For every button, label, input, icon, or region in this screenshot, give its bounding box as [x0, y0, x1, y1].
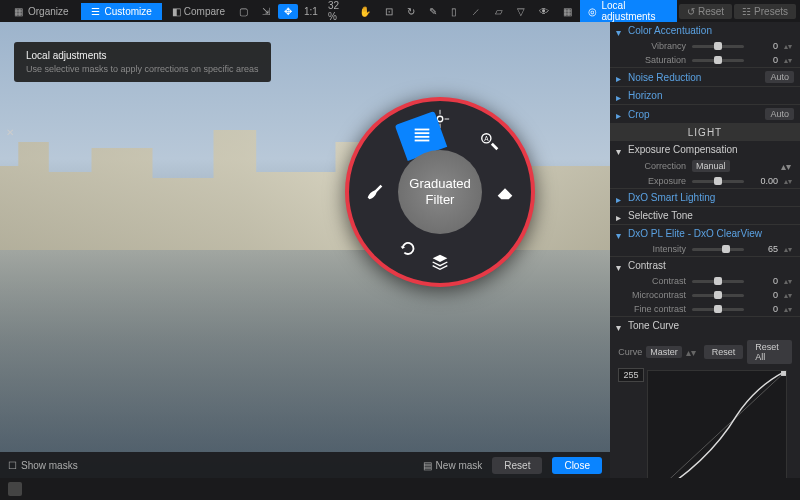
microcontrast-label: Microcontrast: [628, 290, 686, 300]
chevron-right-icon: ▸: [616, 73, 624, 81]
saturation-label: Saturation: [628, 55, 686, 65]
viewer-close-button[interactable]: Close: [552, 457, 602, 474]
hand-tool[interactable]: ✋: [353, 4, 377, 19]
crop-icon: ⊡: [385, 6, 393, 17]
stepper-icon[interactable]: ▴▾: [784, 307, 794, 312]
chevron-right-icon: ▸: [616, 92, 624, 100]
wb-tool[interactable]: ⟋: [465, 4, 487, 19]
exposure-comp-header[interactable]: ▾Exposure Compensation: [610, 141, 800, 158]
selective-tone-header[interactable]: ▸Selective Tone: [610, 207, 800, 224]
correction-select[interactable]: Manual: [692, 160, 730, 172]
saturation-value: 0: [750, 55, 778, 65]
brush-icon: ✎: [429, 6, 437, 17]
grid-tool[interactable]: ▦: [557, 4, 578, 19]
preview-tool[interactable]: 👁: [533, 4, 555, 19]
paintbrush-icon: [364, 181, 386, 203]
radial-eraser-tool[interactable]: [490, 177, 520, 207]
customize-tab[interactable]: ☰Customize: [81, 3, 162, 20]
stepper-icon[interactable]: ▴▾: [784, 293, 794, 298]
vibrancy-label: Vibrancy: [628, 41, 686, 51]
zoom-ratio[interactable]: 1:1: [300, 6, 322, 17]
compare-icon: ◧: [172, 6, 181, 17]
intensity-slider[interactable]: [692, 248, 744, 251]
color-accentuation-header[interactable]: ▾Color Accentuation: [610, 22, 800, 39]
horizon-header[interactable]: ▸Horizon: [610, 87, 800, 104]
histogram-icon: ▯: [451, 6, 457, 17]
crop-tool[interactable]: ⊡: [379, 4, 399, 19]
radial-auto-mask-tool[interactable]: A: [475, 127, 505, 157]
curve-out-max-input[interactable]: [618, 368, 644, 382]
presets-icon: ☷: [742, 6, 751, 17]
move-tool-button[interactable]: ✥: [278, 4, 298, 19]
svg-text:A: A: [484, 135, 489, 142]
local-adjustments-tooltip: Local adjustments Use selective masks to…: [14, 42, 271, 82]
pin-tool[interactable]: ▽: [511, 4, 531, 19]
histogram-tool[interactable]: ▯: [445, 4, 463, 19]
tone-curve-header[interactable]: ▾Tone Curve: [610, 317, 800, 334]
stepper-icon[interactable]: ▴▾: [784, 179, 794, 184]
svg-rect-13: [781, 371, 786, 376]
clearview-header[interactable]: ▾DxO PL Elite - DxO ClearView: [610, 225, 800, 242]
presets-button[interactable]: ☷Presets: [734, 4, 796, 19]
customize-label: Customize: [105, 6, 152, 17]
radial-brush-tool[interactable]: [360, 177, 390, 207]
organize-tab[interactable]: ▦Organize: [4, 3, 79, 20]
radial-layers-tool[interactable]: [425, 247, 455, 277]
auto-badge[interactable]: Auto: [765, 71, 794, 83]
intensity-value: 65: [750, 244, 778, 254]
exposure-slider[interactable]: [692, 180, 744, 183]
radial-graduated-filter-tool[interactable]: [407, 120, 437, 150]
curve-reset-all-button[interactable]: Reset All: [747, 340, 792, 364]
new-mask-button[interactable]: ▤New mask: [423, 460, 483, 471]
organize-label: Organize: [28, 6, 69, 17]
noise-reduction-header[interactable]: ▸Noise ReductionAuto: [610, 68, 800, 86]
stepper-icon[interactable]: ▴▾: [784, 58, 794, 63]
stepper-icon[interactable]: ▴▾: [784, 279, 794, 284]
graduated-filter-icon: [411, 124, 433, 146]
thumbnail-toggle-button[interactable]: [8, 482, 22, 496]
exposure-value: 0.00: [750, 176, 778, 186]
crop-header[interactable]: ▸CropAuto: [610, 105, 800, 123]
rotate-tool[interactable]: ↻: [401, 4, 421, 19]
eye-icon: 👁: [539, 6, 549, 17]
stepper-icon[interactable]: ▴▾: [784, 44, 794, 49]
show-masks-checkbox[interactable]: ☐Show masks: [8, 460, 78, 471]
eraser-icon: [494, 181, 516, 203]
radial-reset-tool[interactable]: [393, 233, 423, 263]
contrast-slider[interactable]: [692, 280, 744, 283]
image-viewer[interactable]: Local adjustments Use selective masks to…: [0, 22, 610, 478]
adjustments-panel: ▾Color Accentuation Vibrancy0▴▾ Saturati…: [610, 22, 800, 478]
tooltip-subtitle: Use selective masks to apply corrections…: [26, 64, 259, 74]
finecontrast-slider[interactable]: [692, 308, 744, 311]
stepper-icon[interactable]: ▴▾: [778, 161, 794, 172]
contrast-header[interactable]: ▾Contrast: [610, 257, 800, 274]
layers-icon: [429, 251, 451, 273]
finecontrast-label: Fine contrast: [628, 304, 686, 314]
reset-button-top[interactable]: ↺Reset: [679, 4, 732, 19]
intensity-label: Intensity: [628, 244, 686, 254]
vibrancy-slider[interactable]: [692, 45, 744, 48]
smart-lighting-header[interactable]: ▸DxO Smart Lighting: [610, 189, 800, 206]
light-section-header[interactable]: ✕LIGHT: [610, 124, 800, 141]
grid2-icon: ▦: [563, 6, 572, 17]
local-adjustments-button[interactable]: ◎Local adjustments: [580, 0, 676, 24]
layout-single-button[interactable]: ▢: [233, 4, 254, 19]
dropper-icon: ⟋: [471, 6, 481, 17]
curve-reset-button[interactable]: Reset: [704, 345, 744, 359]
zoom-percent[interactable]: 32 %: [324, 0, 352, 22]
chevron-down-icon: ▾: [616, 146, 624, 154]
tag-tool[interactable]: ▱: [489, 4, 509, 19]
mask-icon: ▤: [423, 460, 432, 471]
tone-curve-canvas[interactable]: [647, 370, 787, 478]
checkbox-icon: ☐: [8, 460, 17, 471]
auto-badge[interactable]: Auto: [765, 108, 794, 120]
microcontrast-slider[interactable]: [692, 294, 744, 297]
tag-icon: ▱: [495, 6, 503, 17]
curve-channel-select[interactable]: Master: [646, 346, 682, 358]
fit-button[interactable]: ⇲: [256, 4, 276, 19]
stepper-icon[interactable]: ▴▾: [784, 247, 794, 252]
compare-button[interactable]: ◧Compare: [166, 4, 231, 19]
saturation-slider[interactable]: [692, 59, 744, 62]
viewer-reset-button[interactable]: Reset: [492, 457, 542, 474]
brush-tool[interactable]: ✎: [423, 4, 443, 19]
